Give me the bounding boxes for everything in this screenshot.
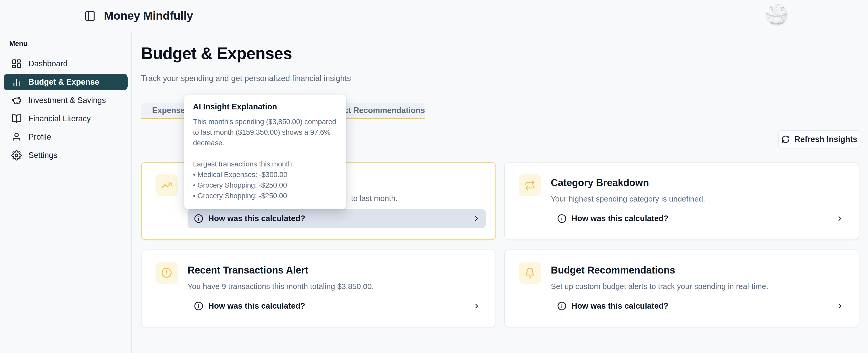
- bar-chart-icon: [11, 77, 22, 87]
- panel-left-icon: [84, 10, 96, 22]
- sidebar-item-investment-savings[interactable]: Investment & Savings: [4, 92, 128, 109]
- card-title: Category Breakdown: [551, 177, 649, 188]
- card-body: Your highest spending category is undefi…: [551, 195, 705, 203]
- info-icon: [194, 214, 204, 223]
- sidebar-item-label: Profile: [28, 132, 51, 142]
- info-icon: [557, 301, 567, 311]
- app-title: Money Mindfully: [104, 0, 193, 32]
- popover-line: • Medical Expenses: -$300.00: [193, 169, 337, 180]
- repeat-arrows-icon: [524, 180, 535, 191]
- sidebar-item-dashboard[interactable]: Dashboard: [4, 56, 128, 72]
- sidebar: Menu Dashboard Budget & Expense: [0, 32, 132, 353]
- layout-dashboard-icon: [11, 59, 22, 69]
- card-title: Budget Recommendations: [551, 265, 675, 276]
- refresh-insights-button[interactable]: Refresh Insights: [778, 130, 860, 148]
- icon-badge: [156, 174, 178, 197]
- page-subtitle: Track your spending and get personalized…: [141, 74, 351, 83]
- how-calculated-label: How was this calculated?: [571, 214, 669, 223]
- gear-icon: [11, 150, 22, 161]
- book-open-icon: [11, 113, 22, 124]
- trending-up-icon: [161, 180, 172, 191]
- menu-section-label: Menu: [9, 40, 128, 48]
- refresh-insights-label: Refresh Insights: [795, 135, 858, 144]
- app-header: Money Mindfully: [0, 0, 868, 32]
- sidebar-item-label: Financial Literacy: [28, 114, 91, 123]
- sidebar-item-label: Dashboard: [28, 59, 68, 68]
- sidebar-item-settings[interactable]: Settings: [4, 147, 128, 164]
- card-body-visible-fragment: to last month.: [351, 194, 398, 203]
- popover-blank-line: [193, 148, 337, 159]
- popover-line: • Grocery Shopping: -$250.00: [193, 180, 337, 190]
- icon-badge: [519, 174, 541, 197]
- page-title: Budget & Expenses: [141, 44, 292, 63]
- popover-line: decrease.: [193, 138, 337, 148]
- budget-recommendations-card: Budget Recommendations Set up custom bud…: [504, 250, 859, 327]
- user-avatar[interactable]: [766, 4, 787, 25]
- bell-icon: [524, 267, 535, 278]
- user-icon: [11, 132, 22, 142]
- chevron-right-icon: [473, 302, 480, 310]
- card-title: Recent Transactions Alert: [188, 265, 308, 276]
- how-calculated-button[interactable]: How was this calculated?: [551, 296, 849, 316]
- sidebar-nav: Dashboard Budget & Expense Investment & …: [4, 56, 128, 164]
- refresh-icon: [781, 135, 790, 144]
- alert-circle-icon: [161, 267, 172, 278]
- popover-line: Largest transactions this month:: [193, 159, 337, 169]
- how-calculated-label: How was this calculated?: [571, 302, 669, 311]
- popover-line: • Grocery Shopping: -$250.00: [193, 190, 337, 201]
- how-calculated-label: How was this calculated?: [208, 214, 305, 223]
- popover-title: AI Insight Explanation: [193, 102, 337, 112]
- ai-insight-popover: AI Insight Explanation This month's spen…: [184, 95, 346, 209]
- sidebar-item-label: Investment & Savings: [28, 96, 106, 105]
- chevron-right-icon: [836, 215, 844, 222]
- card-body: You have 9 transactions this month total…: [188, 282, 374, 291]
- how-calculated-button[interactable]: How was this calculated?: [188, 209, 486, 228]
- sidebar-toggle-button[interactable]: [84, 10, 96, 22]
- icon-badge: [156, 262, 178, 284]
- card-body: Set up custom budget alerts to track you…: [551, 282, 768, 291]
- sidebar-item-budget-expense[interactable]: Budget & Expense: [4, 74, 128, 90]
- sidebar-item-label: Settings: [28, 151, 57, 160]
- how-calculated-button[interactable]: How was this calculated?: [551, 209, 849, 228]
- popover-line: to last month ($159,350.00) shows a 97.6…: [193, 127, 337, 138]
- sidebar-item-profile[interactable]: Profile: [4, 129, 128, 145]
- info-icon: [557, 214, 567, 223]
- sidebar-item-label: Budget & Expense: [28, 77, 99, 87]
- info-icon: [194, 301, 204, 311]
- how-calculated-button[interactable]: How was this calculated?: [188, 296, 486, 316]
- how-calculated-label: How was this calculated?: [208, 302, 305, 311]
- popover-line: This month's spending ($3,850.00) compar…: [193, 116, 337, 127]
- category-breakdown-card: Category Breakdown Your highest spending…: [504, 162, 859, 240]
- icon-badge: [519, 262, 541, 284]
- recent-transactions-alert-card: Recent Transactions Alert You have 9 tra…: [141, 250, 496, 327]
- sidebar-item-financial-literacy[interactable]: Financial Literacy: [4, 110, 128, 127]
- chevron-right-icon: [473, 215, 480, 222]
- piggy-bank-icon: [11, 95, 22, 106]
- chevron-right-icon: [836, 302, 844, 310]
